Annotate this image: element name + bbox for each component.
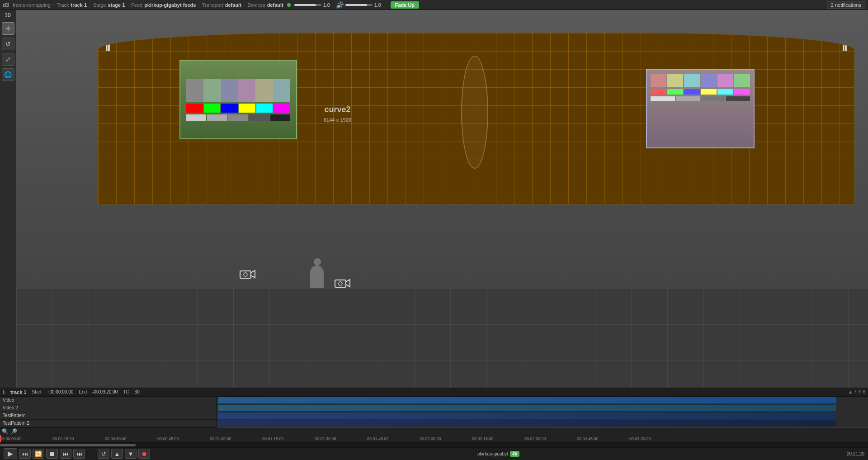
color-bars-left (186, 79, 290, 102)
track-tc-label: TC (123, 389, 129, 394)
breadcrumb-feed-value[interactable]: pkirkup-gigabyt feeds (144, 2, 196, 8)
record-button[interactable]: ⏺ (138, 449, 150, 459)
volume-slider[interactable] (345, 4, 373, 6)
time-mark-2: 00:00:30:00 (105, 436, 127, 441)
3d-scene: ⏸ ⏸ curve2 6144 x 1920 (16, 10, 868, 388)
brightness-slider-group: 1.0 (294, 2, 334, 8)
notifications-button[interactable]: 2 notifications (827, 1, 865, 9)
time-mark-1: 00:00:15:00 (52, 436, 74, 441)
timeline-scrollbar[interactable] (0, 443, 868, 447)
svg-marker-1 (251, 270, 255, 278)
svg-point-2 (244, 273, 247, 276)
camera-icon-1 (238, 267, 256, 284)
lane-labels: Video Video 2 TestPattern TestPattern 2 (0, 397, 217, 427)
svg-point-5 (339, 282, 342, 285)
play-button[interactable]: ▶ (4, 448, 17, 459)
status-dot (287, 3, 291, 7)
stop-button[interactable]: ⏹ (46, 449, 58, 459)
viewport-canvas[interactable]: ⏸ ⏸ curve2 6144 x 1920 (16, 10, 868, 388)
rotate-tool-button[interactable]: ↺ (2, 38, 14, 50)
brightness-value: 1.0 (323, 2, 334, 8)
timeline-block-video2 (218, 405, 836, 411)
app-logo: d3 (3, 2, 9, 8)
zoom-out-button[interactable]: 🔎 (10, 428, 17, 435)
screen-right (646, 69, 755, 148)
track-info-icon: ℹ (3, 389, 5, 395)
zoom-in-button[interactable]: 🔍 (2, 428, 9, 435)
breadcrumb-transport-value[interactable]: default (225, 2, 241, 8)
svg-rect-0 (240, 271, 251, 278)
timeline-playhead (0, 435, 1, 442)
time-mark-7: 00:01:45:00 (367, 436, 389, 441)
volume-icon: 🔊 (336, 1, 344, 9)
track-header: ℹ track 1 Start +00:00:00.00 End -00:09:… (0, 388, 868, 397)
time-mark-3: 00:00:45:00 (157, 436, 179, 441)
mode-label: 3D (5, 13, 11, 18)
down-button[interactable]: ▼ (125, 449, 137, 459)
track-tc-value: 30 (135, 389, 140, 394)
track-lanes: Video Video 2 TestPattern TestPattern 2 (0, 397, 868, 427)
timeline-block-tp2 (218, 420, 836, 427)
curve-label: curve2 6144 x 1920 (324, 105, 351, 124)
topbar: d3 frame-remapping › Track track 1 › Sta… (0, 0, 868, 10)
breadcrumb-stage-label: Stage (93, 2, 106, 8)
breadcrumb-track-label: Track (57, 2, 69, 8)
playback-controls: ▶ ⏭ 🔁 ⏹ ⏮ ⏭ ↺ ▲ ▼ ⏺ pkirkup-gigabyt 45 2… (0, 447, 868, 460)
cylinder-center (461, 56, 488, 169)
time-mark-5: 00:01:15:00 (262, 436, 284, 441)
breadcrumb-devices-label: Devices (248, 2, 265, 8)
time-mark-4: 00:01:00:00 (210, 436, 231, 441)
time-mark-12: 00:03:00:00 (629, 436, 651, 441)
playback-time: 20:21:20 (847, 451, 864, 456)
time-mark-11: 00:02:45:00 (577, 436, 599, 441)
time-mark-9: 00:02:15:00 (472, 436, 494, 441)
next-frame-button[interactable]: ⏭ (19, 449, 31, 459)
playback-user: pkirkup-gigabyt (477, 451, 508, 456)
main-layout: 3D ✛ ↺ ⤢ 🌐 (0, 10, 868, 460)
breadcrumb-devices-value[interactable]: default (267, 2, 283, 8)
rewind-button[interactable]: ↺ (98, 449, 109, 459)
last-button[interactable]: ⏭ (73, 449, 85, 459)
lane-video2[interactable]: Video 2 (0, 404, 217, 412)
human-head (314, 258, 321, 266)
breadcrumb-feed-label: Feed (131, 2, 142, 8)
svg-marker-4 (346, 280, 350, 287)
lane-timeline[interactable] (217, 397, 868, 427)
breadcrumb-track-value[interactable]: track 1 (71, 2, 87, 8)
wall-pause-icon-right: ⏸ (840, 42, 849, 54)
time-mark-8: 00:02:00:00 (420, 436, 441, 441)
time-mark-6: 00:01:30:00 (315, 436, 336, 441)
fade-up-button[interactable]: Fade Up (391, 1, 419, 9)
volume-value: 1.0 (374, 2, 385, 8)
volume-slider-group: 1.0 (345, 2, 385, 8)
globe-tool-button[interactable]: 🌐 (2, 68, 14, 81)
breadcrumb-frame: frame-remapping (13, 2, 51, 8)
lane-video[interactable]: Video (0, 397, 217, 404)
lane-testpattern2[interactable]: TestPattern 2 (0, 420, 217, 427)
timeline-mag-area: 🔍 🔎 (0, 427, 868, 435)
time-axis: 00:00:00:00 00:00:15:00 00:00:30:00 00:0… (0, 435, 868, 443)
floor-grid (16, 288, 868, 388)
lane-testpattern[interactable]: TestPattern (0, 412, 217, 420)
time-mark-0: 00:00:00:00 (0, 436, 22, 441)
up-button[interactable]: ▲ (111, 449, 123, 459)
loop-button[interactable]: 🔁 (33, 449, 44, 459)
brightness-slider[interactable] (294, 4, 321, 6)
scale-tool-button[interactable]: ⤢ (2, 53, 14, 66)
track-start-value: +00:00:00.00 (47, 389, 74, 394)
bottom-area: ℹ track 1 Start +00:00:00.00 End -00:09:… (0, 388, 868, 460)
timeline-block-tp (218, 413, 836, 419)
track-right-info: ▲ 7 ¾ 6 (848, 389, 865, 394)
track-name: track 1 (10, 389, 26, 395)
prev-button[interactable]: ⏮ (60, 449, 71, 459)
screen-left (179, 60, 297, 139)
scroll-thumb[interactable] (0, 444, 136, 446)
move-tool-button[interactable]: ✛ (2, 22, 14, 35)
viewport-area: 3D ✛ ↺ ⤢ 🌐 (0, 10, 868, 388)
fps-badge: 45 (510, 451, 519, 457)
track-end-label: End (79, 389, 87, 394)
left-toolbar: 3D ✛ ↺ ⤢ 🌐 (0, 10, 16, 388)
breadcrumb-stage-value[interactable]: stage 1 (108, 2, 125, 8)
wall-pause-icon-left: ⏸ (103, 42, 113, 54)
curved-wall: ⏸ ⏸ (98, 33, 854, 204)
